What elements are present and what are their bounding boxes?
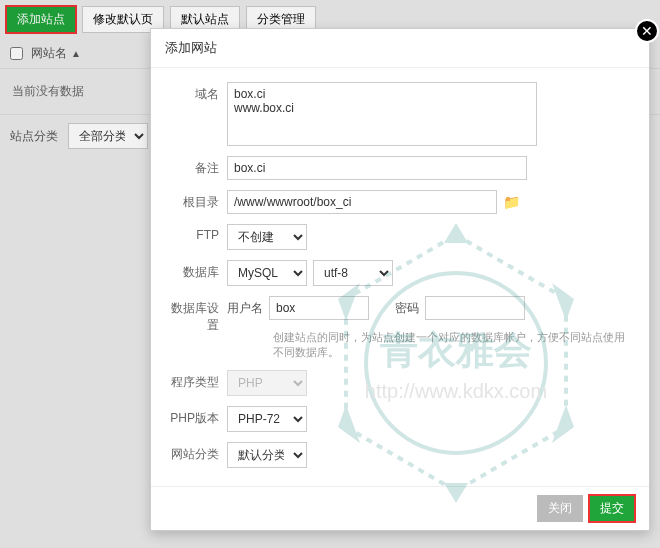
ftp-label: FTP xyxy=(169,224,227,242)
root-label: 根目录 xyxy=(169,190,227,211)
db-charset-select[interactable]: utf-8 xyxy=(313,260,393,286)
db-type-select[interactable]: MySQL xyxy=(227,260,307,286)
dialog-title: 添加网站 xyxy=(151,29,649,68)
close-button[interactable]: 关闭 xyxy=(537,495,583,522)
site-category-label: 网站分类 xyxy=(169,442,227,463)
db-user-label: 用户名 xyxy=(227,300,263,317)
domain-textarea[interactable]: box.ci www.box.ci xyxy=(227,82,537,146)
submit-button[interactable]: 提交 xyxy=(589,495,635,522)
ftp-select[interactable]: 不创建 xyxy=(227,224,307,250)
root-dir-input[interactable] xyxy=(227,190,497,214)
add-site-dialog: ✕ 添加网站 青衣雅会 http://ww xyxy=(150,28,650,531)
domain-label: 域名 xyxy=(169,82,227,103)
folder-icon[interactable]: 📁 xyxy=(503,194,520,210)
phpver-select[interactable]: PHP-72 xyxy=(227,406,307,432)
program-type-label: 程序类型 xyxy=(169,370,227,391)
db-settings-label: 数据库设置 xyxy=(169,296,227,334)
db-pass-label: 密码 xyxy=(395,300,419,317)
watermark: 青衣雅会 http://www.kdkx.com xyxy=(296,203,616,523)
db-pass-input[interactable] xyxy=(425,296,525,320)
site-category-select[interactable]: 默认分类 xyxy=(227,442,307,468)
phpver-label: PHP版本 xyxy=(169,406,227,427)
db-label: 数据库 xyxy=(169,260,227,281)
program-type-select: PHP xyxy=(227,370,307,396)
db-user-input[interactable] xyxy=(269,296,369,320)
db-hint-text: 创建站点的同时，为站点创建一个对应的数据库帐户，方便不同站点使用不同数据库。 xyxy=(273,330,631,360)
note-input[interactable] xyxy=(227,156,527,180)
dialog-close-button[interactable]: ✕ xyxy=(635,19,659,43)
note-label: 备注 xyxy=(169,156,227,177)
